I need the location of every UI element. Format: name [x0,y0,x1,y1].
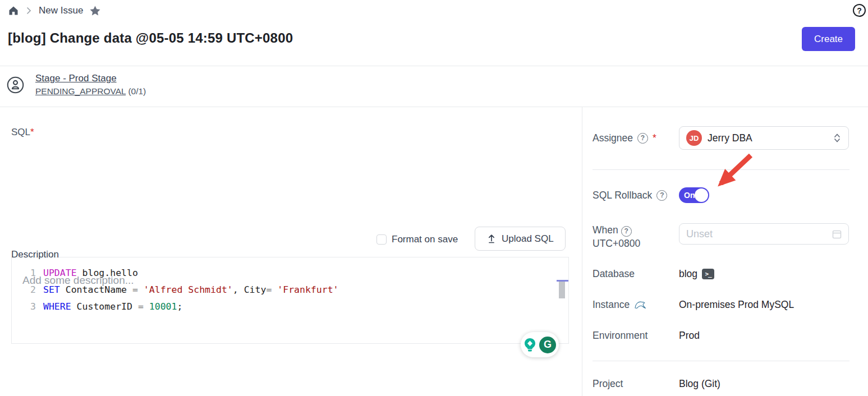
sql-editor[interactable]: 1 UPDATE blog.hello 2 SET ContactName = … [11,257,569,344]
sql-section-label: SQL* [11,127,34,138]
database-value: blog [679,268,697,280]
when-datepicker[interactable] [679,223,849,245]
grammarly-suggestion-bulb-icon[interactable] [523,338,536,352]
project-row: Project Blog (Git) [593,378,858,390]
stage-approval-count: (0/1) [128,86,146,96]
required-asterisk: * [30,127,34,137]
database-row: Database blog >_ [593,268,858,280]
mysql-dolphin-icon [634,300,646,311]
help-circle-icon[interactable]: ? [656,190,667,201]
page-title: [blog] Change data @05-05 14:59 UTC+0800 [8,30,293,46]
line-number: 3 [12,298,43,315]
upload-icon [486,234,497,244]
instance-row: Instance On-premises Prod MySQL [593,299,858,311]
when-label: When ? UTC+0800 [593,223,679,250]
project-label: Project [593,378,679,390]
format-on-save-group: Format on save [376,234,458,245]
editor-scrollbar[interactable] [559,282,565,298]
instance-label: Instance [593,299,679,311]
upload-sql-button[interactable]: Upload SQL [475,227,566,251]
instance-value: On-premises Prod MySQL [679,299,794,311]
environment-row: Environment Prod [593,330,858,342]
code-text: WHERE CustomerID = 10001; [43,298,182,315]
annotation-arrow [693,149,759,199]
required-asterisk: * [653,132,656,144]
approver-avatar-icon [7,76,24,94]
select-chevrons-icon [833,132,842,144]
issue-main-panel: SQL* Format on save Upload SQL 1 UPDATE … [0,107,582,396]
assignee-value: Jerry DBA [708,132,827,144]
environment-value: Prod [679,330,700,342]
open-sql-editor-icon[interactable]: >_ [702,269,714,279]
breadcrumb: New Issue [8,3,101,19]
chevron-right-icon [25,6,33,16]
when-timezone: UTC+0800 [593,237,679,250]
help-circle-icon[interactable]: ? [621,226,632,237]
stage-link[interactable]: Stage - Prod Stage [35,73,146,84]
stage-status-link[interactable]: PENDING_APPROVAL [35,86,126,96]
star-icon[interactable] [89,5,101,17]
when-input[interactable] [686,228,828,240]
calendar-icon[interactable] [832,229,842,239]
divider [593,361,849,361]
format-on-save-checkbox[interactable] [376,234,387,245]
stage-row: Stage - Prod Stage PENDING_APPROVAL (0/1… [7,73,146,96]
description-label: Description [11,249,59,260]
divider [0,66,868,66]
home-icon[interactable] [8,5,19,16]
sql-rollback-label: SQL Rollback ? [593,190,679,201]
format-on-save-label[interactable]: Format on save [392,234,458,245]
breadcrumb-current: New Issue [39,5,83,16]
assignee-label: Assignee ? * [593,132,679,144]
assignee-select[interactable]: JD Jerry DBA [679,126,849,150]
when-row: When ? UTC+0800 [593,223,858,250]
help-circle-icon[interactable]: ? [637,133,648,144]
assignee-avatar: JD [686,130,702,146]
project-value: Blog (Git) [679,378,720,390]
grammarly-g-icon[interactable]: G [539,337,556,353]
database-label: Database [593,268,679,280]
assignee-row: Assignee ? * JD Jerry DBA [593,126,858,150]
environment-label: Environment [593,330,679,342]
code-line: 3 WHERE CustomerID = 10001; [12,298,568,315]
description-textarea[interactable]: Add some description... [22,274,527,287]
grammarly-widget: G [521,332,559,357]
create-button[interactable]: Create [802,27,855,51]
help-icon[interactable]: ? [853,4,866,17]
